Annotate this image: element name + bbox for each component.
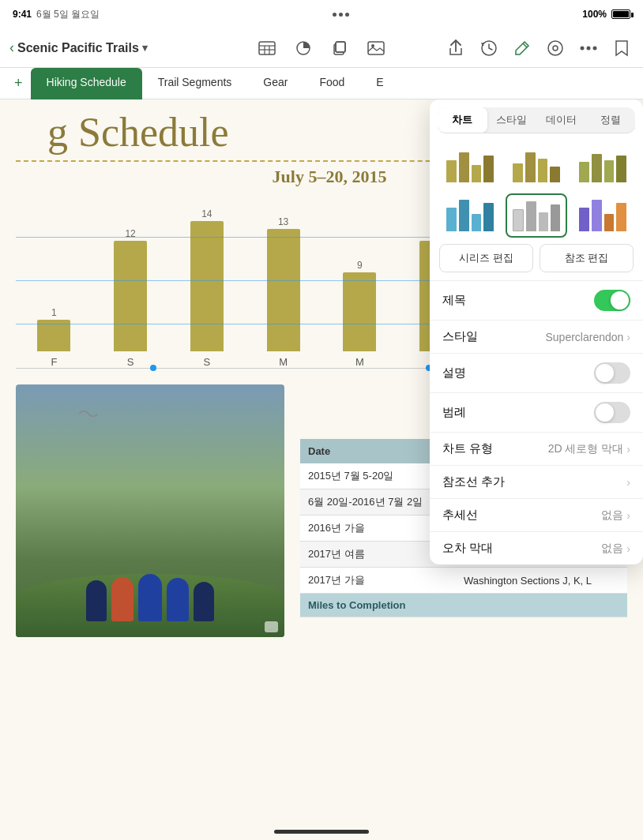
- chevron-right-icon: ›: [626, 331, 630, 343]
- chevron-right-icon: ›: [626, 443, 630, 456]
- chart-icon[interactable]: [291, 36, 315, 60]
- toolbar-right: [394, 36, 634, 60]
- status-right: 100%: [582, 9, 630, 20]
- dropdown-chevron-icon[interactable]: ▾: [142, 42, 148, 54]
- table-row: 2017년 가을 Washington Sections J, K, L: [300, 568, 627, 594]
- panel-row-legend: 범례: [430, 392, 643, 432]
- chart-type-item[interactable]: [439, 144, 501, 189]
- toolbar-left: ‹ Scenic Pacific Trails ▾: [9, 39, 249, 56]
- status-left: 9:41 6월 5일 월요일: [13, 8, 100, 21]
- app-title: Scenic Pacific Trails: [17, 41, 139, 55]
- format-icon[interactable]: [543, 36, 567, 60]
- photo-placeholder: [16, 384, 284, 637]
- panel-row-title: 제목: [430, 280, 643, 320]
- toolbar: ‹ Scenic Pacific Trails ▾: [0, 28, 643, 68]
- share-icon[interactable]: [444, 36, 468, 60]
- chart-type-item-selected[interactable]: [506, 193, 567, 238]
- series-ref-buttons: 시리즈 편집 참조 편집: [430, 244, 643, 280]
- bar: [114, 241, 147, 351]
- svg-rect-7: [336, 42, 345, 52]
- photo-area: ...: [16, 384, 284, 637]
- series-edit-button[interactable]: 시리즈 편집: [439, 244, 533, 272]
- panel-row-ref-line[interactable]: 참조선 추가 ›: [430, 465, 643, 498]
- svg-point-15: [581, 46, 585, 50]
- panel-row-style[interactable]: 스타일 Superclarendon ›: [430, 320, 643, 353]
- tab-hiking-schedule[interactable]: Hiking Schedule: [31, 68, 142, 99]
- title-toggle[interactable]: [594, 290, 630, 311]
- table-icon[interactable]: [255, 36, 279, 60]
- bookmark-icon[interactable]: [610, 36, 634, 60]
- chevron-right-icon: ›: [626, 476, 630, 489]
- panel-row-trend[interactable]: 추세선 없음 ›: [430, 498, 643, 531]
- panel-tab-data[interactable]: 데이터: [536, 107, 586, 133]
- panel-tabs: 차트 스타일 데이터 정렬: [438, 107, 635, 133]
- photo-caption: ...: [265, 621, 278, 632]
- bar-group: 12 S: [114, 228, 147, 368]
- history-icon[interactable]: [477, 36, 501, 60]
- bar-group: 14 S: [190, 208, 224, 368]
- tab-food[interactable]: Food: [303, 68, 360, 99]
- bar: [267, 229, 300, 351]
- battery-icon: [611, 9, 630, 19]
- chevron-right-icon: ›: [626, 509, 630, 522]
- more-icon[interactable]: [577, 36, 600, 60]
- svg-rect-0: [259, 42, 275, 54]
- tab-e[interactable]: E: [360, 68, 399, 99]
- svg-rect-9: [368, 42, 384, 54]
- status-bar: 9:41 6월 5일 월요일 100%: [0, 0, 643, 28]
- bar: [37, 320, 70, 351]
- media-icon[interactable]: [364, 36, 388, 60]
- ref-edit-button[interactable]: 참조 편집: [540, 244, 634, 272]
- back-button[interactable]: ‹: [9, 39, 14, 56]
- chart-type-item[interactable]: [439, 193, 501, 238]
- status-time: 9:41: [13, 9, 32, 20]
- panel-tab-sort[interactable]: 정렬: [586, 107, 636, 133]
- status-date: 6월 5일 월요일: [36, 8, 100, 21]
- legend-toggle[interactable]: [594, 402, 630, 423]
- toolbar-center: [255, 36, 388, 60]
- chart-type-grid: [430, 137, 643, 244]
- photo-figures: [86, 574, 214, 621]
- table-row-highlight: Miles to Completion: [300, 594, 627, 617]
- add-tab-button[interactable]: +: [6, 75, 31, 92]
- pen-icon[interactable]: [510, 36, 534, 60]
- copy-icon[interactable]: [328, 36, 352, 60]
- bar: [190, 221, 224, 351]
- description-toggle[interactable]: [594, 362, 630, 384]
- bird-icon: [79, 408, 98, 419]
- tab-gear[interactable]: Gear: [247, 68, 303, 99]
- bar: [343, 272, 376, 351]
- battery-percent: 100%: [582, 9, 607, 20]
- svg-point-14: [553, 46, 558, 51]
- home-indicator: [274, 830, 369, 834]
- panel-row-description: 설명: [430, 353, 643, 392]
- bar-group: 13 M: [267, 216, 300, 368]
- panel-tab-style[interactable]: 스타일: [487, 107, 537, 133]
- svg-point-16: [587, 46, 591, 50]
- main-content: g Schedule July 5–20, 2015 1 F 12 S 14 S…: [0, 99, 643, 840]
- panel-row-chart-type[interactable]: 차트 유형 2D 세로형 막대 ›: [430, 432, 643, 465]
- chevron-right-icon: ›: [626, 542, 630, 555]
- bar-group: 1 F: [37, 307, 70, 368]
- chart-type-item[interactable]: [506, 144, 567, 189]
- chart-panel: 차트 스타일 데이터 정렬: [430, 99, 643, 564]
- dots-indicator: [333, 13, 349, 17]
- bar-group: 9 M: [343, 260, 376, 368]
- chart-type-item[interactable]: [572, 193, 634, 238]
- tab-trail-segments[interactable]: Trail Segments: [142, 68, 248, 99]
- tabs-bar: + Hiking Schedule Trail Segments Gear Fo…: [0, 68, 643, 99]
- svg-point-13: [548, 41, 562, 55]
- svg-point-17: [593, 46, 597, 50]
- panel-row-error-bar[interactable]: 오차 막대 없음 ›: [430, 531, 643, 564]
- panel-tab-chart[interactable]: 차트: [438, 107, 487, 133]
- chart-type-item[interactable]: [572, 144, 634, 189]
- app-title-container: Scenic Pacific Trails ▾: [17, 41, 148, 55]
